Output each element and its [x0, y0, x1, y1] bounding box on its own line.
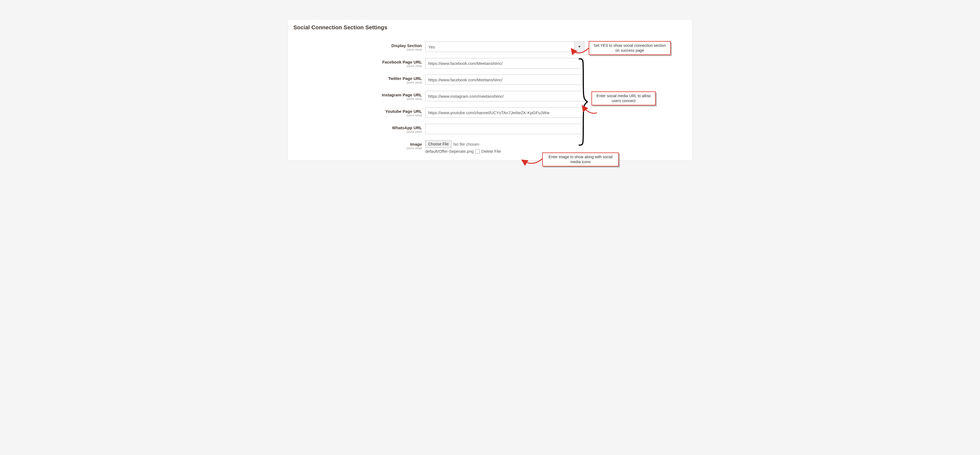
file-chosen-status: No file chosen	[453, 142, 479, 147]
delete-file-label: Delete File	[481, 149, 501, 153]
arrow-icon	[520, 156, 545, 166]
label-youtube-url: Youtube Page URL	[293, 109, 422, 113]
delete-file-checkbox[interactable]	[475, 149, 480, 153]
scope-facebook-url: [store view]	[293, 64, 422, 68]
field-whatsapp-url: WhatsApp URL [store view]	[293, 124, 687, 134]
scope-youtube-url: [store view]	[293, 113, 422, 117]
callout-image: Enter image to show along with social me…	[542, 152, 619, 166]
label-display-section: Display Section	[293, 43, 422, 48]
choose-file-button[interactable]: Choose File	[425, 140, 452, 148]
twitter-url-input[interactable]	[425, 75, 584, 85]
instagram-url-input[interactable]	[425, 91, 584, 101]
display-section-select[interactable]: Yes	[425, 42, 584, 52]
settings-panel: Social Connection Section Settings Displ…	[288, 19, 692, 160]
label-image: Image	[293, 142, 422, 147]
panel-title: Social Connection Section Settings	[293, 24, 687, 31]
scope-whatsapp-url: [store view]	[293, 130, 422, 133]
scope-display-section: [store view]	[293, 48, 422, 51]
display-section-value: Yes	[428, 45, 435, 49]
field-image: Image [store view] Choose File No file c…	[293, 140, 687, 153]
field-youtube-url: Youtube Page URL [store view]	[293, 107, 687, 118]
chevron-down-icon[interactable]	[574, 42, 584, 52]
current-file-name: default/Offer-Seperate.png	[425, 149, 474, 153]
field-facebook-url: Facebook Page URL [store view]	[293, 58, 687, 69]
facebook-url-input[interactable]	[425, 58, 584, 69]
scope-twitter-url: [store view]	[293, 81, 422, 84]
callout-urls: Enter social media URL to allow users co…	[592, 91, 656, 105]
callout-display: Set YES to show social connection sectio…	[589, 41, 671, 55]
scope-instagram-url: [store view]	[293, 97, 422, 101]
scope-image: [store view]	[293, 147, 422, 150]
field-twitter-url: Twitter Page URL [store view]	[293, 75, 687, 85]
youtube-url-input[interactable]	[425, 107, 584, 118]
label-facebook-url: Facebook Page URL	[293, 60, 422, 64]
label-twitter-url: Twitter Page URL	[293, 76, 422, 81]
whatsapp-url-input[interactable]	[425, 124, 584, 134]
label-instagram-url: Instagram Page URL	[293, 93, 422, 97]
label-whatsapp-url: WhatsApp URL	[293, 125, 422, 130]
